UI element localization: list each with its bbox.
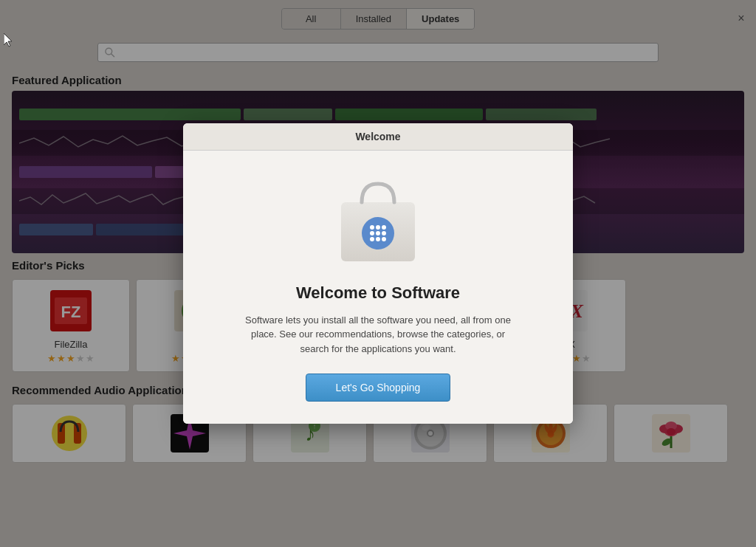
svg-point-51 [376,231,380,235]
svg-point-52 [382,231,386,235]
app-window: All Installed Updates × Featured Applica… [0,0,756,547]
modal-description: Software lets you install all the softwa… [238,313,518,357]
modal-title: Welcome [355,131,400,142]
welcome-modal: Welcome [183,123,573,424]
svg-point-55 [382,237,386,241]
shopping-bag-icon [334,173,422,269]
lets-go-shopping-button[interactable]: Let's Go Shopping [306,374,451,402]
svg-point-54 [376,237,380,241]
modal-heading: Welcome to Software [296,283,460,303]
svg-point-49 [382,225,386,230]
svg-point-48 [376,225,380,230]
svg-point-47 [370,225,374,230]
svg-point-53 [370,237,374,241]
svg-point-50 [370,231,374,235]
modal-title-bar: Welcome [183,123,573,151]
modal-overlay: Welcome [0,0,756,547]
modal-body: Welcome to Software Software lets you in… [183,151,573,424]
